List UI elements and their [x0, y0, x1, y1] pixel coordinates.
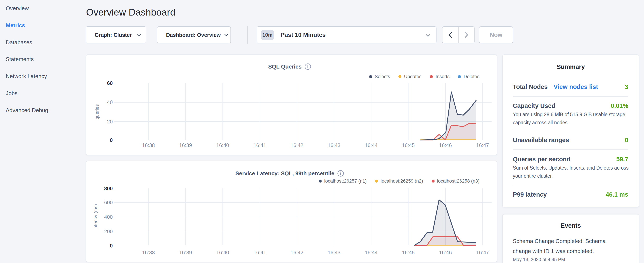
svg-text:16:40: 16:40 [216, 142, 229, 148]
svg-text:40: 40 [107, 99, 113, 105]
svg-text:16:38: 16:38 [142, 249, 155, 255]
svg-text:60: 60 [107, 80, 113, 86]
svg-text:16:47: 16:47 [476, 249, 489, 255]
svg-text:16:39: 16:39 [179, 249, 192, 255]
svg-text:16:39: 16:39 [179, 142, 192, 148]
svg-text:400: 400 [104, 214, 113, 220]
svg-text:16:45: 16:45 [402, 142, 414, 148]
svg-text:16:47: 16:47 [476, 142, 489, 148]
svg-text:20: 20 [107, 119, 113, 124]
svg-text:200: 200 [104, 228, 113, 234]
svg-text:800: 800 [104, 185, 113, 191]
svg-text:16:43: 16:43 [328, 142, 340, 148]
svg-text:16:46: 16:46 [439, 249, 452, 255]
svg-text:16:43: 16:43 [328, 249, 340, 255]
svg-text:16:41: 16:41 [254, 249, 266, 255]
svg-text:16:45: 16:45 [402, 249, 414, 255]
svg-text:16:44: 16:44 [365, 249, 378, 255]
svg-text:queries: queries [94, 104, 100, 120]
svg-text:0: 0 [110, 137, 113, 143]
svg-text:16:42: 16:42 [291, 142, 304, 148]
svg-text:0: 0 [110, 243, 113, 248]
svg-text:600: 600 [104, 200, 113, 205]
svg-text:16:44: 16:44 [365, 142, 378, 148]
svg-text:16:40: 16:40 [216, 249, 229, 255]
svg-text:16:42: 16:42 [291, 249, 304, 255]
svg-text:16:41: 16:41 [254, 142, 266, 148]
svg-text:16:38: 16:38 [142, 142, 155, 148]
svg-text:16:46: 16:46 [439, 142, 452, 148]
svg-text:latency (ms): latency (ms) [93, 204, 98, 229]
